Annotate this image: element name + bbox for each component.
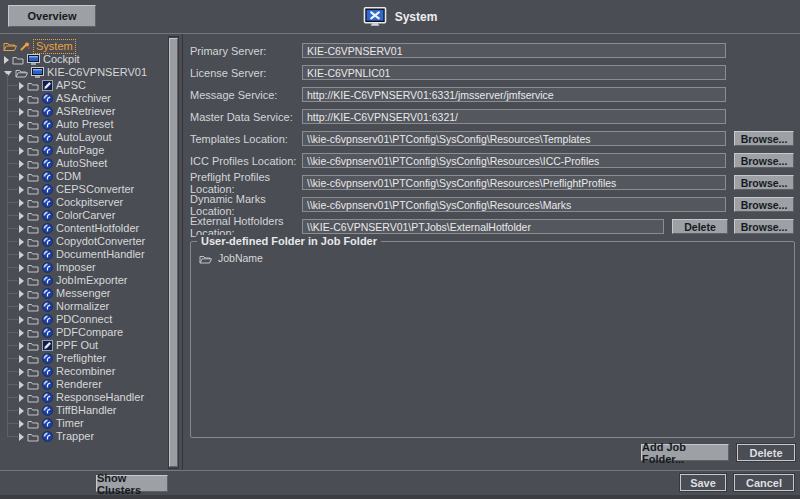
delete-job-folder-button[interactable]: Delete: [737, 444, 795, 461]
tree-item-engine[interactable]: PPF Out: [0, 339, 169, 352]
tree-item-engine[interactable]: ResponseHandler: [0, 391, 169, 404]
add-job-folder-button[interactable]: Add Job Folder...: [641, 444, 729, 461]
tree-item-engine[interactable]: Recombiner: [0, 365, 169, 378]
tree-item-engine[interactable]: JobImExporter: [0, 274, 169, 287]
expand-arrow-icon[interactable]: [19, 173, 24, 181]
expand-arrow-icon[interactable]: [4, 56, 9, 64]
message-service-input[interactable]: [302, 87, 726, 102]
engine-icon: [42, 158, 53, 169]
scrollbar-thumb[interactable]: [169, 38, 178, 467]
folder-icon: [27, 315, 39, 325]
expand-arrow-icon[interactable]: [19, 264, 24, 272]
field-label: Message Service:: [190, 89, 302, 101]
tree-item-engine[interactable]: AutoPage: [0, 144, 169, 157]
tree-item-engine[interactable]: PDConnect: [0, 313, 169, 326]
tree-item-engine[interactable]: ASArchiver: [0, 92, 169, 105]
tree-item-engine[interactable]: CEPSConverter: [0, 183, 169, 196]
tree-item-cockpit[interactable]: Cockpit: [0, 53, 169, 66]
tree-item-engine[interactable]: ColorCarver: [0, 209, 169, 222]
expand-arrow-icon[interactable]: [19, 329, 24, 337]
master-data-service-input[interactable]: [302, 109, 726, 124]
expand-arrow-icon[interactable]: [19, 160, 24, 168]
expand-arrow-icon[interactable]: [19, 407, 24, 415]
expand-arrow-icon[interactable]: [19, 355, 24, 363]
expand-arrow-icon[interactable]: [19, 303, 24, 311]
expand-arrow-icon[interactable]: [19, 225, 24, 233]
cancel-button[interactable]: Cancel: [734, 474, 794, 491]
tree-item-engine[interactable]: Renderer: [0, 378, 169, 391]
tree-item-engine[interactable]: PDFCompare: [0, 326, 169, 339]
tree-item-engine[interactable]: TiffBHandler: [0, 404, 169, 417]
tree-item-label: TiffBHandler: [56, 404, 117, 417]
folder-icon: [27, 120, 39, 130]
tree-item-engine[interactable]: Cockpitserver: [0, 196, 169, 209]
browse-button[interactable]: Browse...: [734, 131, 794, 146]
tree-item-label: CopydotConverter: [56, 235, 145, 248]
expand-arrow-icon[interactable]: [19, 108, 24, 116]
folder-icon: [27, 107, 39, 117]
expand-arrow-icon[interactable]: [19, 212, 24, 220]
tree-item-server[interactable]: KIE-C6VPNSERV01: [0, 66, 169, 79]
show-clusters-button[interactable]: Show Clusters: [96, 475, 168, 492]
templates-location-input[interactable]: [302, 131, 726, 146]
engine-icon: [42, 418, 53, 429]
primary-server-input[interactable]: [302, 43, 726, 58]
expand-arrow-icon[interactable]: [19, 95, 24, 103]
tree-item-system-root[interactable]: System: [0, 40, 169, 53]
expand-arrow-icon[interactable]: [19, 394, 24, 402]
tree-scrollbar[interactable]: [168, 36, 179, 469]
tree-item-engine[interactable]: ContentHotfolder: [0, 222, 169, 235]
tree-item-label: Messenger: [56, 287, 110, 300]
folder-icon: [27, 133, 39, 143]
tree-item-engine[interactable]: Timer: [0, 417, 169, 430]
tree-item-engine[interactable]: Preflighter: [0, 352, 169, 365]
expand-arrow-icon[interactable]: [19, 381, 24, 389]
expand-arrow-icon[interactable]: [19, 199, 24, 207]
expand-arrow-icon[interactable]: [19, 147, 24, 155]
browse-button[interactable]: Browse...: [734, 219, 794, 234]
browse-button[interactable]: Browse...: [734, 175, 794, 190]
expand-arrow-icon[interactable]: [19, 290, 24, 298]
tree-item-engine[interactable]: Trapper: [0, 430, 169, 443]
field-label: License Server:: [190, 67, 302, 79]
external-hotfolders-location-input[interactable]: [302, 219, 664, 234]
tree-item-engine[interactable]: Auto Preset: [0, 118, 169, 131]
browse-button[interactable]: Browse...: [734, 197, 794, 212]
tree-item-engine[interactable]: AutoLayout: [0, 131, 169, 144]
tree-item-engine[interactable]: ASRetriever: [0, 105, 169, 118]
expand-arrow-icon[interactable]: [19, 82, 24, 90]
expand-arrow-icon[interactable]: [19, 420, 24, 428]
expand-arrow-icon[interactable]: [19, 238, 24, 246]
tree-item-label: APSC: [56, 79, 86, 92]
expand-arrow-icon[interactable]: [19, 186, 24, 194]
tree-item-engine[interactable]: CDM: [0, 170, 169, 183]
engine-icon: [42, 236, 53, 247]
collapse-arrow-icon[interactable]: [4, 71, 12, 76]
delete-hotfolder-button[interactable]: Delete: [672, 219, 728, 234]
save-button[interactable]: Save: [680, 474, 726, 491]
tree-item-engine[interactable]: DocumentHandler: [0, 248, 169, 261]
expand-arrow-icon[interactable]: [19, 251, 24, 259]
expand-arrow-icon[interactable]: [19, 368, 24, 376]
dynamic-marks-location-input[interactable]: [302, 197, 726, 212]
tree-item-label: Trapper: [56, 430, 94, 443]
expand-arrow-icon[interactable]: [19, 342, 24, 350]
browse-button[interactable]: Browse...: [734, 153, 794, 168]
expand-arrow-icon[interactable]: [19, 433, 24, 441]
expand-arrow-icon[interactable]: [19, 121, 24, 129]
tree-item-engine[interactable]: APSC: [0, 79, 169, 92]
expand-arrow-icon[interactable]: [19, 277, 24, 285]
folder-icon: [27, 94, 39, 104]
icc-profiles-location-input[interactable]: [302, 153, 726, 168]
expand-arrow-icon[interactable]: [19, 134, 24, 142]
tree-item-engine[interactable]: Normalizer: [0, 300, 169, 313]
tree-item-engine[interactable]: AutoSheet: [0, 157, 169, 170]
preflight-profiles-location-input[interactable]: [302, 175, 726, 190]
tree-item-engine[interactable]: Messenger: [0, 287, 169, 300]
license-server-input[interactable]: [302, 65, 726, 80]
expand-arrow-icon[interactable]: [19, 316, 24, 324]
tree-item-label: CDM: [56, 170, 81, 183]
tree-item-engine[interactable]: Imposer: [0, 261, 169, 274]
tree-item-engine[interactable]: CopydotConverter: [0, 235, 169, 248]
engine-icon: [42, 93, 53, 104]
